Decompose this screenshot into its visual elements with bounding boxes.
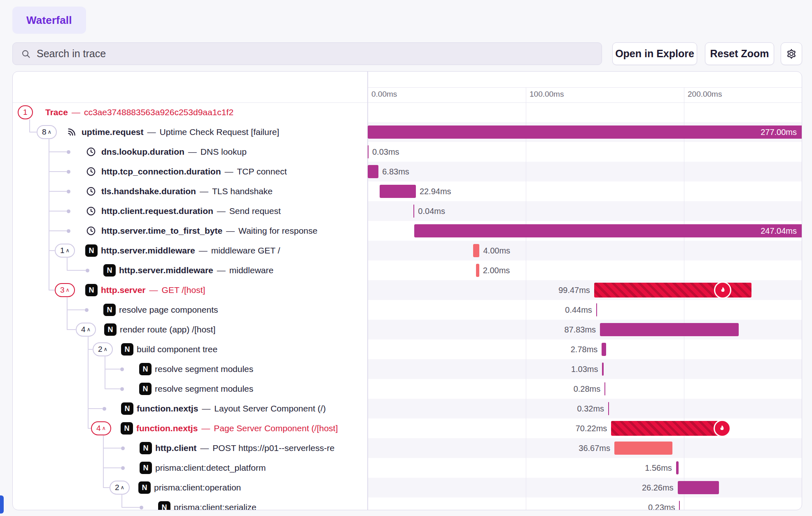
span-duration-bar[interactable] (368, 145, 369, 158)
scroll-indicator[interactable] (0, 495, 4, 514)
span-row[interactable]: Nfunction.nextjs—Layout Server Component… (13, 399, 368, 418)
nextjs-icon: N (140, 442, 152, 454)
nextjs-icon: N (140, 462, 152, 474)
duration-label: 36.67ms (579, 438, 610, 458)
chevron-up-icon: ∧ (121, 484, 125, 490)
axis-tick-label: 100.00ms (530, 90, 564, 99)
span-row[interactable]: 2∧Nprisma:client:operation (13, 478, 368, 497)
duration-label: 99.47ms (558, 280, 590, 300)
span-row[interactable]: Nhttp.server.middleware—middleware (13, 260, 368, 280)
span-label: prisma:client:serialize (174, 497, 257, 510)
span-duration-bar[interactable] (368, 126, 802, 139)
span-row[interactable]: 1∧Nhttp.server.middleware—middleware GET… (13, 241, 368, 260)
span-row[interactable]: Nresolve page components (13, 300, 368, 320)
span-duration-bar[interactable] (602, 343, 606, 356)
span-op: function.nextjs (136, 423, 198, 433)
span-op: http.client (155, 443, 196, 453)
chevron-up-icon: ∧ (102, 425, 106, 431)
span-row[interactable]: 4∧Nrender route (app) /[host] (13, 320, 368, 339)
span-duration-bar[interactable] (679, 501, 680, 510)
span-duration-bar[interactable] (614, 442, 672, 455)
children-count-badge[interactable]: 1∧ (55, 244, 75, 258)
span-op: http.server.middleware (101, 246, 195, 255)
trace-waterfall-table: 0.00ms100.00ms200.00ms1Trace—cc3ae374888… (12, 71, 802, 510)
nextjs-icon: N (121, 422, 133, 435)
span-description: Page Server Component (/[host] (214, 423, 338, 433)
grid-line (526, 87, 526, 510)
axis-tick-label: 200.00ms (688, 90, 722, 99)
span-row[interactable]: http.client.request.duration—Send reques… (13, 201, 368, 221)
span-label: function.nextjs—Layout Server Component … (137, 399, 326, 418)
span-row[interactable]: Nprisma:client:detect_platform (13, 458, 368, 478)
span-row[interactable]: 2∧Nbuild component tree (13, 339, 368, 359)
children-count-badge[interactable]: 2∧ (110, 481, 130, 495)
clock-icon (86, 146, 96, 157)
nextjs-icon: N (85, 244, 98, 257)
fire-icon[interactable] (714, 420, 731, 437)
nextjs-icon: N (158, 501, 170, 510)
span-op: tls.handshake.duration (101, 186, 196, 196)
row-stripe (368, 162, 802, 181)
span-label: http.tcp_connection.duration—TCP connect (101, 162, 287, 181)
nextjs-icon: N (103, 304, 116, 316)
span-label: prisma:client:detect_platform (155, 458, 266, 478)
span-description: Waiting for response (238, 226, 317, 235)
span-label: prisma:client:operation (154, 478, 241, 497)
span-duration-bar[interactable] (368, 165, 378, 178)
fire-icon[interactable] (714, 281, 731, 299)
span-description: Uptime Check Request [failure] (160, 127, 280, 137)
span-row[interactable]: dns.lookup.duration—DNS lookup (13, 142, 368, 162)
children-count-badge[interactable]: 4∧ (91, 421, 111, 435)
span-row[interactable]: http.server.time_to_first_byte—Waiting f… (13, 221, 368, 241)
clock-icon (86, 186, 96, 197)
children-count-badge[interactable]: 1 (18, 105, 33, 119)
children-count-badge[interactable]: 3∧ (55, 283, 75, 297)
open-in-explore-button[interactable]: Open in Explore (612, 42, 697, 65)
span-duration-bar[interactable] (604, 382, 605, 395)
children-count-badge[interactable]: 8∧ (37, 125, 57, 139)
span-duration-bar[interactable] (596, 303, 597, 316)
duration-label: 2.78ms (571, 339, 598, 359)
grid-line (684, 87, 684, 510)
nextjs-icon: N (138, 481, 151, 494)
span-duration-bar[interactable] (473, 244, 479, 257)
span-row[interactable]: 8∧uptime.request—Uptime Check Request [f… (13, 122, 368, 142)
reset-zoom-button[interactable]: Reset Zoom (705, 42, 774, 65)
span-duration-bar[interactable] (678, 481, 719, 494)
span-duration-bar[interactable] (602, 363, 604, 376)
search-input[interactable]: Search in trace (12, 42, 602, 65)
span-label: function.nextjs—Page Server Component (/… (136, 418, 338, 438)
span-duration-bar[interactable] (676, 461, 679, 474)
span-row[interactable]: Nresolve segment modules (13, 359, 368, 379)
duration-label: 22.94ms (420, 181, 451, 201)
span-label: resolve page components (119, 300, 218, 320)
children-count-badge[interactable]: 2∧ (93, 342, 113, 356)
span-duration-bar[interactable] (380, 185, 416, 198)
settings-button[interactable] (781, 42, 802, 65)
duration-label: 0.23ms (648, 497, 675, 510)
span-row[interactable]: tls.handshake.duration—TLS handshake (13, 181, 368, 201)
span-row[interactable]: 3∧Nhttp.server—GET /[host] (13, 280, 368, 300)
chevron-up-icon: ∧ (104, 346, 108, 352)
span-duration-bar[interactable] (608, 402, 609, 415)
span-row[interactable]: 1Trace—cc3ae3748883563a926c253d9aa1c1f2 (13, 102, 368, 122)
span-duration-bar[interactable] (414, 224, 802, 237)
span-row[interactable]: http.tcp_connection.duration—TCP connect (13, 162, 368, 181)
span-row[interactable]: Nresolve segment modules (13, 379, 368, 399)
span-description: POST https://p01--serverless-re (212, 443, 334, 453)
span-label: resolve segment modules (155, 379, 253, 399)
span-duration-bar[interactable] (600, 323, 739, 336)
span-label: Trace—cc3ae3748883563a926c253d9aa1c1f2 (45, 102, 233, 122)
span-label: http.client.request.duration—Send reques… (101, 201, 281, 221)
span-row[interactable]: 4∧Nfunction.nextjs—Page Server Component… (13, 418, 368, 438)
span-description: middleware (229, 265, 273, 275)
duration-label: 0.32ms (577, 399, 604, 418)
chevron-up-icon: ∧ (48, 129, 52, 135)
tab-waterfall[interactable]: Waterfall (12, 7, 86, 34)
span-row[interactable]: Nhttp.client—POST https://p01--serverles… (13, 438, 368, 458)
tab-waterfall-label: Waterfall (26, 14, 72, 27)
span-duration-bar[interactable] (611, 421, 722, 436)
span-duration-bar[interactable] (476, 264, 479, 277)
children-count-badge[interactable]: 4∧ (76, 323, 96, 337)
span-row[interactable]: Nprisma:client:serialize (13, 497, 368, 510)
